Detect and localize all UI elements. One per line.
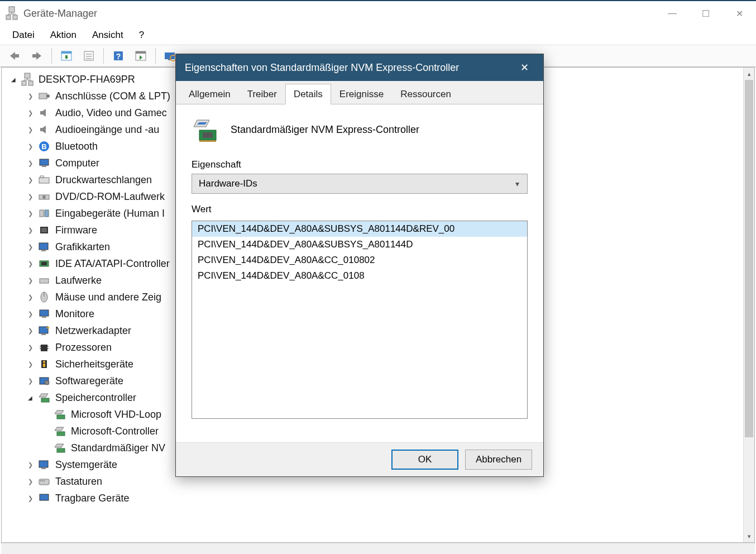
- category-label: Prozessoren: [55, 342, 112, 354]
- expander-icon[interactable]: [25, 108, 35, 118]
- expander-icon[interactable]: [25, 376, 35, 386]
- value-listbox[interactable]: PCI\VEN_144D&DEV_A80A&SUBSYS_A801144D&RE…: [192, 221, 528, 419]
- expander-icon[interactable]: [25, 393, 35, 403]
- expander-icon[interactable]: [25, 208, 35, 218]
- svg-rect-55: [43, 364, 45, 367]
- minimize-button[interactable]: ―: [655, 2, 689, 25]
- expander-icon[interactable]: [25, 141, 35, 151]
- category-icon: [37, 341, 51, 354]
- svg-rect-65: [40, 480, 41, 481]
- tab-details[interactable]: Details: [285, 84, 331, 104]
- svg-rect-2: [13, 15, 17, 20]
- tab-allgemein[interactable]: Allgemein: [180, 84, 239, 104]
- svg-point-54: [43, 361, 45, 363]
- horizontal-scrollbar[interactable]: [1, 543, 755, 554]
- device-icon: [53, 408, 66, 421]
- forward-button[interactable]: [27, 47, 47, 64]
- expander-icon[interactable]: [25, 476, 35, 486]
- expander-icon[interactable]: [8, 74, 18, 84]
- scroll-up-icon[interactable]: ▴: [744, 68, 754, 80]
- svg-rect-48: [41, 345, 47, 351]
- tree-root-label: DESKTOP-FHA69PR: [39, 74, 135, 85]
- expander-icon[interactable]: [25, 342, 35, 352]
- category-icon: [37, 459, 51, 471]
- cancel-button[interactable]: Abbrechen: [465, 450, 532, 470]
- show-hide-console-tree-button[interactable]: [56, 47, 76, 64]
- menu-aktion[interactable]: Aktion: [42, 27, 84, 43]
- expander-icon[interactable]: [25, 326, 35, 336]
- menu-datei[interactable]: Datei: [4, 27, 42, 43]
- expander-icon[interactable]: [25, 158, 35, 168]
- svg-text:?: ?: [116, 52, 121, 61]
- category-label: Computer: [55, 157, 99, 169]
- property-combobox[interactable]: Hardware-IDs: [192, 174, 528, 194]
- expander-icon[interactable]: [25, 175, 35, 185]
- svg-rect-59: [57, 415, 65, 419]
- menu-ansicht[interactable]: Ansicht: [84, 27, 131, 43]
- maximize-button[interactable]: ☐: [689, 2, 722, 25]
- tab-treiber[interactable]: Treiber: [239, 84, 285, 104]
- category-label: Netzwerkadapter: [55, 325, 131, 337]
- svg-rect-38: [41, 250, 46, 251]
- properties-button[interactable]: [79, 47, 99, 64]
- svg-rect-8: [84, 51, 93, 60]
- dialog-close-button[interactable]: ✕: [514, 61, 534, 74]
- expander-icon[interactable]: [25, 460, 35, 470]
- expander-icon[interactable]: [25, 292, 35, 302]
- expander-icon[interactable]: [25, 493, 35, 503]
- svg-rect-62: [39, 461, 48, 467]
- expander-icon[interactable]: [25, 125, 35, 135]
- svg-rect-20: [25, 73, 30, 78]
- category-label: Audio, Video und Gamec: [55, 107, 167, 119]
- expander-icon[interactable]: [25, 309, 35, 319]
- back-button[interactable]: [4, 47, 25, 64]
- hardware-id-item[interactable]: PCI\VEN_144D&DEV_A80A&SUBSYS_A801144D&RE…: [192, 221, 527, 237]
- menu-help[interactable]: ?: [131, 27, 152, 43]
- ok-button[interactable]: OK: [391, 450, 458, 470]
- expander-icon[interactable]: [25, 192, 35, 202]
- expander-icon[interactable]: [25, 259, 35, 269]
- category-label: Laufwerke: [55, 275, 102, 286]
- scroll-down-icon[interactable]: ▾: [744, 530, 754, 542]
- tab-ereignisse[interactable]: Ereignisse: [331, 84, 392, 104]
- expander-icon[interactable]: [25, 359, 35, 369]
- tab-ressourcen[interactable]: Ressourcen: [392, 84, 460, 104]
- svg-rect-30: [40, 176, 44, 178]
- category-icon: [37, 123, 51, 136]
- category-label: Tastaturen: [55, 476, 102, 488]
- category-icon: [37, 274, 51, 286]
- category-label: Grafikkarten: [55, 241, 110, 253]
- category-icon: [37, 90, 51, 102]
- category-label: Druckwarteschlangen: [55, 174, 152, 186]
- category-label: Softwaregeräte: [55, 375, 123, 387]
- category-icon: [37, 174, 51, 186]
- expander-icon[interactable]: [25, 225, 35, 235]
- help-button[interactable]: ?: [108, 47, 128, 64]
- hardware-id-item[interactable]: PCI\VEN_144D&DEV_A80A&CC_0108: [192, 268, 527, 284]
- svg-rect-44: [40, 310, 49, 316]
- expander-icon[interactable]: [25, 91, 35, 101]
- svg-rect-7: [65, 55, 68, 58]
- action-button[interactable]: [131, 47, 151, 64]
- scroll-thumb[interactable]: [745, 80, 753, 437]
- device-manager-icon: [6, 6, 18, 21]
- category-icon: [37, 257, 51, 270]
- svg-rect-47: [41, 334, 46, 335]
- storage-controller-icon: [192, 117, 219, 142]
- svg-rect-23: [39, 93, 47, 99]
- window-title: Geräte-Manager: [23, 8, 97, 20]
- category-icon: [37, 207, 51, 219]
- close-button[interactable]: ✕: [722, 2, 756, 25]
- tree-category[interactable]: Tragbare Geräte: [4, 490, 743, 507]
- dialog-title: Eigenschaften von Standardmäßiger NVM Ex…: [185, 62, 459, 74]
- svg-rect-4: [32, 54, 37, 58]
- hardware-id-item[interactable]: PCI\VEN_144D&DEV_A80A&CC_010802: [192, 252, 527, 268]
- expander-icon[interactable]: [25, 242, 35, 252]
- expander-icon[interactable]: [25, 275, 35, 285]
- svg-rect-21: [22, 81, 26, 85]
- category-label: IDE ATA/ATAPI-Controller: [55, 258, 170, 270]
- category-label: Eingabegeräte (Human I: [55, 208, 165, 219]
- vertical-scrollbar[interactable]: ▴ ▾: [743, 68, 754, 542]
- hardware-id-item[interactable]: PCI\VEN_144D&DEV_A80A&SUBSYS_A801144D: [192, 237, 527, 252]
- svg-text:B: B: [41, 142, 46, 151]
